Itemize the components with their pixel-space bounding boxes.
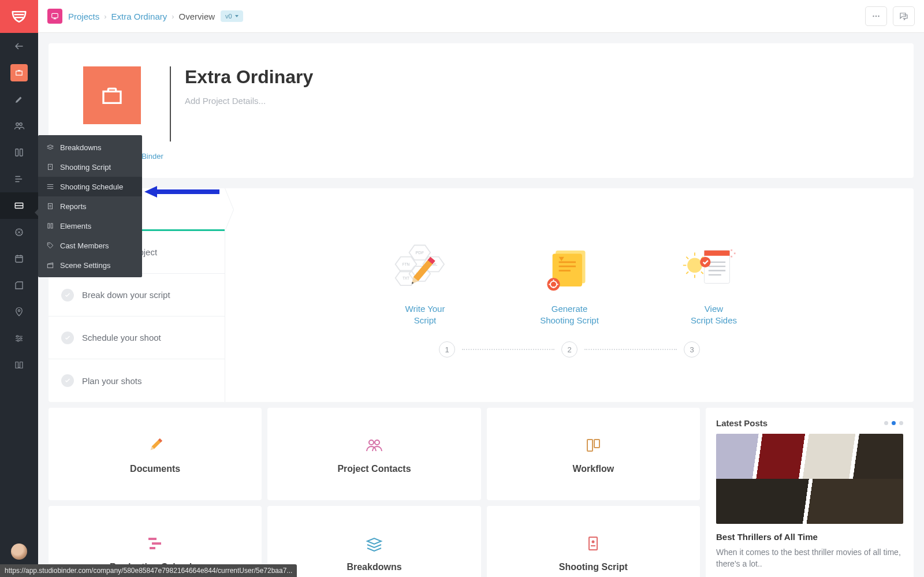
nav-schedule[interactable] <box>0 192 38 219</box>
nav-shotlist[interactable] <box>0 219 38 245</box>
latest-post-title[interactable]: Best Thrillers of All Time <box>716 532 903 542</box>
card-write-script[interactable]: PDF FTN XML FDX TXT <box>382 239 468 327</box>
submenu-reports[interactable]: Reports <box>38 196 142 216</box>
svg-point-5 <box>18 310 20 311</box>
tag-icon <box>46 241 54 250</box>
step-breakdown[interactable]: Break down your script <box>49 274 225 317</box>
workflow-icon <box>584 434 602 457</box>
breadcrumb-project[interactable]: Extra Ordinary <box>111 12 167 21</box>
submenu-breakdowns[interactable]: Breakdowns <box>38 137 142 157</box>
submenu-label: Shooting Script <box>60 163 111 172</box>
submenu-scene-settings[interactable]: Scene Settings <box>38 255 142 275</box>
add-project-details[interactable]: Add Project Details... <box>185 96 313 106</box>
card-workflow[interactable]: Workflow <box>487 408 700 500</box>
svg-rect-35 <box>731 250 732 251</box>
step-number: 2 <box>561 341 578 358</box>
latest-posts-heading: Latest Posts <box>716 418 767 428</box>
status-url: https://app.studiobinder.com/company/580… <box>0 564 297 577</box>
svg-text:TXT: TXT <box>403 276 409 280</box>
svg-rect-1 <box>20 149 23 156</box>
script-sides-illustration <box>682 239 746 296</box>
step-schedule[interactable]: Schedule your shoot <box>49 317 225 359</box>
user-avatar[interactable] <box>11 544 27 560</box>
card-label: Workflow <box>572 464 614 474</box>
submenu-elements[interactable]: Elements <box>38 216 142 236</box>
submenu-label: Breakdowns <box>60 143 102 152</box>
svg-rect-37 <box>731 256 732 258</box>
latest-post-image[interactable] <box>716 434 903 524</box>
breadcrumb-project-icon[interactable] <box>47 9 62 24</box>
card-caption-line1: View <box>705 304 723 314</box>
latest-posts-card: Latest Posts Best Thrillers of All Time … <box>706 408 914 577</box>
clapper-icon <box>46 261 54 269</box>
card-breakdowns[interactable]: Breakdowns <box>267 506 480 577</box>
svg-point-51 <box>50 166 51 167</box>
submenu-label: Reports <box>60 202 87 211</box>
chevron-right-icon: › <box>172 12 174 21</box>
svg-rect-4 <box>16 256 23 262</box>
nav-calendar[interactable] <box>0 245 38 272</box>
nav-contacts[interactable] <box>0 113 38 139</box>
svg-point-42 <box>375 440 379 445</box>
nav-documents[interactable] <box>0 272 38 299</box>
elements-icon <box>46 222 54 230</box>
comments-button[interactable] <box>893 6 915 26</box>
pencil-icon <box>146 434 165 457</box>
submenu-label: Scene Settings <box>60 261 110 270</box>
breadcrumb-projects[interactable]: Projects <box>68 12 99 21</box>
chevron-right-icon: › <box>104 12 106 21</box>
nav-locations[interactable] <box>0 299 38 325</box>
nav-back[interactable] <box>0 33 38 59</box>
card-documents[interactable]: Documents <box>49 408 262 500</box>
submenu-cast-members[interactable]: Cast Members <box>38 236 142 255</box>
svg-rect-56 <box>47 264 53 267</box>
more-button[interactable] <box>865 6 887 26</box>
svg-point-34 <box>700 256 710 267</box>
latest-post-snippet: When it comes to the best thriller movie… <box>716 546 903 570</box>
step-number: 3 <box>684 341 700 358</box>
top-bar: Projects › Extra Ordinary › Overview v0 <box>38 0 924 33</box>
nav-project-home[interactable] <box>0 59 38 86</box>
nav-boards[interactable] <box>0 139 38 166</box>
svg-point-8 <box>17 340 19 341</box>
schedule-submenu: Breakdowns Shooting Script Shooting Sche… <box>38 135 142 277</box>
submenu-shooting-script[interactable]: Shooting Script <box>38 157 142 177</box>
svg-point-10 <box>873 16 874 17</box>
card-caption-line2: Shooting Script <box>540 315 599 325</box>
svg-rect-46 <box>152 542 161 545</box>
card-project-contacts[interactable]: Project Contacts <box>267 408 480 500</box>
svg-rect-50 <box>49 164 53 169</box>
project-thumbnail[interactable] <box>83 66 141 124</box>
svg-point-3 <box>18 232 20 233</box>
submenu-label: Cast Members <box>60 241 109 250</box>
card-label: Project Contacts <box>337 464 411 474</box>
shooting-script-illustration <box>538 239 601 296</box>
card-caption-line2: Script <box>414 315 436 325</box>
submenu-shooting-schedule[interactable]: Shooting Schedule <box>38 177 142 196</box>
carousel-dots[interactable] <box>884 421 903 425</box>
step-number-row: 1 2 3 <box>439 341 700 358</box>
version-selector[interactable]: v0 <box>221 10 243 22</box>
nav-write[interactable] <box>0 86 38 113</box>
svg-rect-43 <box>587 440 593 451</box>
svg-rect-47 <box>150 547 155 549</box>
svg-text:PDF: PDF <box>415 250 424 255</box>
step-plan-shots[interactable]: Plan your shots <box>49 359 225 402</box>
card-view-script-sides[interactable]: View Script Sides <box>670 239 757 327</box>
svg-rect-45 <box>148 538 157 540</box>
stack-icon <box>46 143 54 151</box>
nav-settings[interactable] <box>0 325 38 352</box>
card-generate-shooting-script[interactable]: Generate Shooting Script <box>526 239 613 327</box>
app-logo[interactable] <box>0 0 38 33</box>
step-label: Break down your script <box>82 290 170 300</box>
check-icon <box>61 289 74 301</box>
feature-grid: Documents Project Contacts Workflow Late… <box>49 408 914 577</box>
card-shooting-script[interactable]: Shooting Script <box>487 506 700 577</box>
annotation-arrow <box>144 185 219 199</box>
app-sidebar: Made By <box>0 0 38 577</box>
nav-workflow[interactable] <box>0 166 38 192</box>
nav-library[interactable] <box>0 352 38 378</box>
gantt-icon <box>146 532 165 555</box>
stack-icon <box>365 532 383 555</box>
svg-rect-53 <box>48 224 50 228</box>
